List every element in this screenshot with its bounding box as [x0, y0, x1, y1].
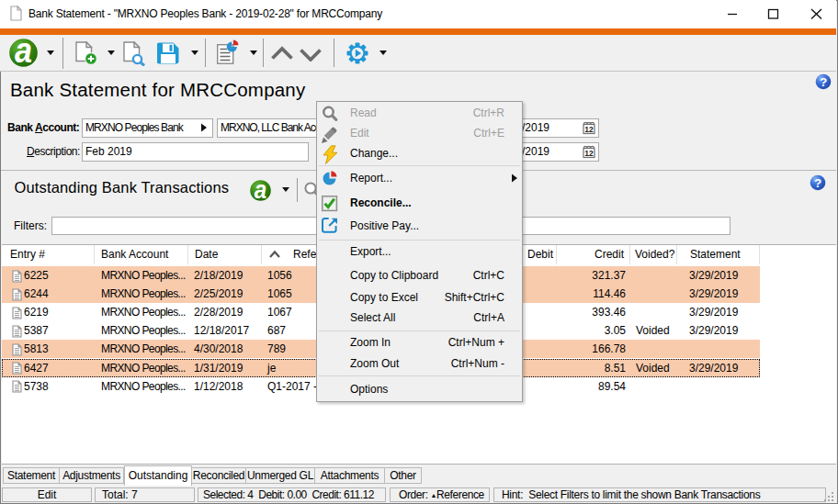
svg-text:12: 12 [584, 125, 594, 134]
svg-text:12: 12 [584, 149, 594, 158]
svg-text:?: ? [814, 176, 821, 190]
svg-text:a: a [15, 39, 32, 67]
svg-text:?: ? [820, 75, 827, 89]
svg-text:a: a [255, 180, 267, 201]
